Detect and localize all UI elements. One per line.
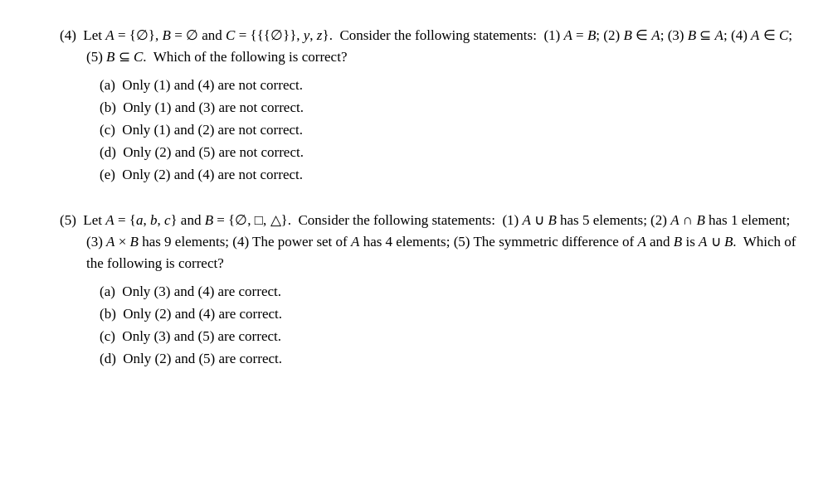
problem-5-statement: (5) Let A = {a, b, c} and B = {∅, □, △}.… xyxy=(60,210,800,275)
problem-4-statement: (4) Let A = {∅}, B = ∅ and C = {{{∅}}, y… xyxy=(60,25,800,69)
problem-4-option-b: (b) Only (1) and (3) are not correct. xyxy=(100,96,800,119)
problems-container: (4) Let A = {∅}, B = ∅ and C = {{{∅}}, y… xyxy=(33,25,800,370)
problem-4-option-a: (a) Only (1) and (4) are not correct. xyxy=(100,74,800,96)
problem-4: (4) Let A = {∅}, B = ∅ and C = {{{∅}}, y… xyxy=(33,25,800,187)
problem-4-option-c: (c) Only (1) and (2) are not correct. xyxy=(100,119,800,141)
problem-5-body: (5) Let A = {a, b, c} and B = {∅, □, △}.… xyxy=(33,210,800,371)
problem-5-option-b: (b) Only (2) and (4) are correct. xyxy=(100,303,800,325)
problem-5-options: (a) Only (3) and (4) are correct. (b) On… xyxy=(60,280,800,371)
problem-5: (5) Let A = {a, b, c} and B = {∅, □, △}.… xyxy=(33,210,800,371)
problem-4-option-e: (e) Only (2) and (4) are not correct. xyxy=(100,163,800,186)
problem-5-option-c: (c) Only (3) and (5) are correct. xyxy=(100,325,800,347)
problem-4-options: (a) Only (1) and (4) are not correct. (b… xyxy=(60,74,800,187)
problem-4-option-d: (d) Only (2) and (5) are not correct. xyxy=(100,141,800,163)
problem-5-option-a: (a) Only (3) and (4) are correct. xyxy=(100,280,800,303)
problem-5-option-d: (d) Only (2) and (5) are correct. xyxy=(100,347,800,370)
problem-4-body: (4) Let A = {∅}, B = ∅ and C = {{{∅}}, y… xyxy=(33,25,800,187)
